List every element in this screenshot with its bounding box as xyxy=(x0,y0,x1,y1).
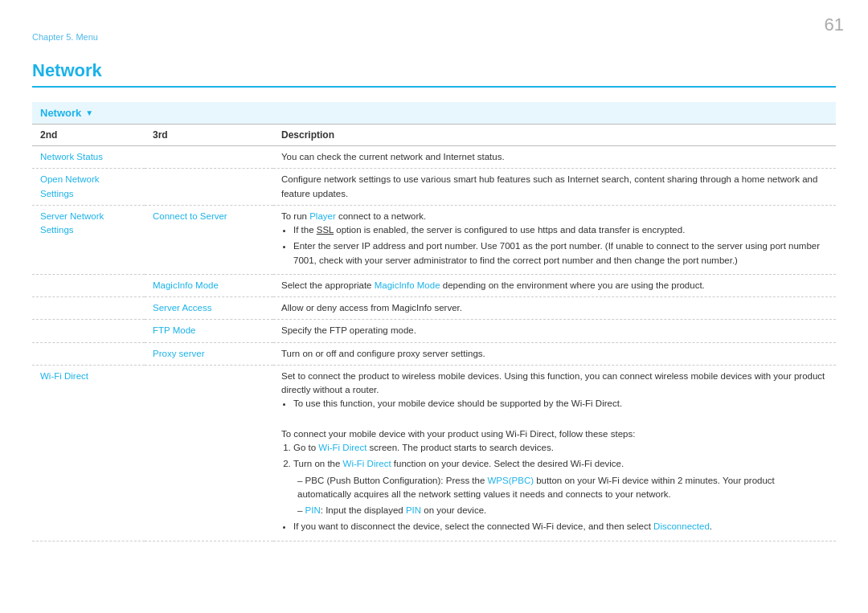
network-status-link: Network Status xyxy=(40,152,103,161)
cell-2nd: Wi-Fi Direct xyxy=(32,365,145,541)
cell-desc: Turn on or off and configure proxy serve… xyxy=(273,342,836,365)
wps-pbc-link: WPS(PBC) xyxy=(488,476,534,485)
col-header-2nd: 2nd xyxy=(32,125,145,146)
connect-to-server-link: Connect to Server xyxy=(153,211,227,221)
list-item: Enter the server IP address and port num… xyxy=(293,239,828,268)
list-item: Turn on the Wi-Fi Direct function on you… xyxy=(293,457,828,471)
section-header-text: Network xyxy=(40,107,81,119)
chapter-label: Chapter 5. Menu xyxy=(32,32,98,42)
cell-2nd: Open NetworkSettings xyxy=(32,169,145,206)
cell-3rd: Connect to Server xyxy=(145,205,273,274)
col-header-desc: Description xyxy=(273,125,836,146)
cell-2nd: Server NetworkSettings xyxy=(32,205,145,274)
cell-3rd xyxy=(145,169,273,206)
list-item: To use this function, your mobile device… xyxy=(293,397,828,411)
cell-desc: Allow or deny access from MagicInfo serv… xyxy=(273,297,836,320)
table-row: Server Access Allow or deny access from … xyxy=(32,297,836,320)
cell-2nd xyxy=(32,274,145,296)
table-row: MagicInfo Mode Select the appropriate Ma… xyxy=(32,274,836,296)
cell-3rd: MagicInfo Mode xyxy=(145,274,273,296)
server-network-link: Server NetworkSettings xyxy=(40,211,104,235)
cell-desc: You can check the current network and In… xyxy=(273,146,836,169)
page-number: 61 xyxy=(825,14,844,35)
magicinfo-mode-link: MagicInfo Mode xyxy=(153,280,219,290)
wifi-direct-link: Wi-Fi Direct xyxy=(40,371,88,381)
chevron-down-icon: ▼ xyxy=(85,108,93,117)
table-row: Open NetworkSettings Configure network s… xyxy=(32,169,836,206)
steps-list: Go to Wi-Fi Direct screen. The product s… xyxy=(293,441,828,472)
col-header-3rd: 3rd xyxy=(145,125,273,146)
main-content: Network Network ▼ 2nd 3rd Description Ne… xyxy=(0,60,868,541)
ftp-mode-link: FTP Mode xyxy=(153,325,195,335)
wifi-direct-inline-link2: Wi-Fi Direct xyxy=(343,459,391,468)
cell-2nd: Network Status xyxy=(32,146,145,169)
cell-3rd: Proxy server xyxy=(145,342,273,365)
cell-3rd: FTP Mode xyxy=(145,320,273,342)
table-row: Server NetworkSettings Connect to Server… xyxy=(32,205,836,274)
title-divider xyxy=(32,86,836,88)
cell-2nd xyxy=(32,342,145,365)
cell-3rd xyxy=(145,365,273,541)
content-table: 2nd 3rd Description Network Status You c… xyxy=(32,124,836,541)
list-item: Go to Wi-Fi Direct screen. The product s… xyxy=(293,441,828,455)
table-row: Wi-Fi Direct Set to connect the product … xyxy=(32,365,836,541)
cell-desc: Specify the FTP operating mode. xyxy=(273,320,836,342)
open-network-link: Open NetworkSettings xyxy=(40,174,100,198)
player-link: Player xyxy=(309,211,336,221)
cell-2nd xyxy=(32,320,145,342)
table-row: FTP Mode Specify the FTP operating mode. xyxy=(32,320,836,342)
list-item: If the SSL option is enabled, the server… xyxy=(293,223,828,237)
section-header: Network ▼ xyxy=(32,102,836,124)
disconnected-link: Disconnected xyxy=(653,521,710,531)
cell-desc: Set to connect the product to wireless m… xyxy=(273,365,836,541)
desc-bullets: If the SSL option is enabled, the server… xyxy=(293,223,828,268)
list-item: If you want to disconnect the device, se… xyxy=(293,520,828,533)
cell-3rd: Server Access xyxy=(145,297,273,320)
proxy-server-link: Proxy server xyxy=(153,349,205,358)
cell-desc: Select the appropriate MagicInfo Mode de… xyxy=(273,274,836,296)
cell-desc: Configure network settings to use variou… xyxy=(273,169,836,206)
table-row: Proxy server Turn on or off and configur… xyxy=(32,342,836,365)
server-access-link: Server Access xyxy=(153,303,212,313)
table-row: Network Status You can check the current… xyxy=(32,146,836,169)
table-header-row: 2nd 3rd Description xyxy=(32,125,836,146)
cell-3rd xyxy=(145,146,273,169)
list-item: PIN: Input the displayed PIN on your dev… xyxy=(297,504,828,517)
pin-link2: PIN xyxy=(406,505,421,515)
magicinfo-mode-inline-link: MagicInfo Mode xyxy=(375,280,440,290)
page-title: Network xyxy=(32,60,836,81)
pin-link: PIN xyxy=(305,505,321,515)
list-item: PBC (Push Button Configuration): Press t… xyxy=(297,474,828,502)
dash-list: PBC (Push Button Configuration): Press t… xyxy=(297,474,828,518)
final-bullet-list: If you want to disconnect the device, se… xyxy=(293,520,828,533)
wifi-bullet-list: To use this function, your mobile device… xyxy=(293,397,828,411)
wifi-direct-inline-link: Wi-Fi Direct xyxy=(318,443,366,452)
cell-desc: To run Player connect to a network. If t… xyxy=(273,205,836,274)
cell-2nd xyxy=(32,297,145,320)
